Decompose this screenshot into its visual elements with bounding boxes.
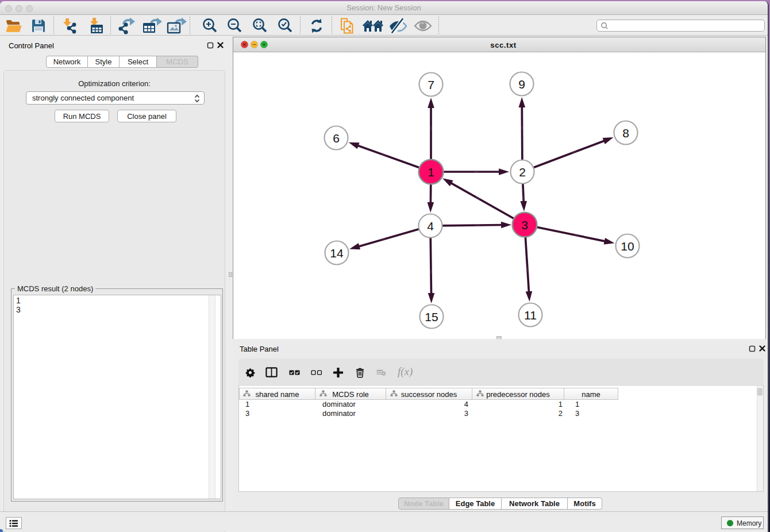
svg-text:11: 11 <box>524 309 537 322</box>
svg-text:1: 1 <box>428 165 434 179</box>
svg-text:7: 7 <box>428 78 434 91</box>
svg-text:4: 4 <box>427 219 434 233</box>
svg-text:9: 9 <box>518 78 525 91</box>
svg-text:6: 6 <box>333 132 340 145</box>
svg-text:3: 3 <box>521 218 528 232</box>
svg-text:15: 15 <box>425 310 438 323</box>
svg-text:10: 10 <box>621 240 634 253</box>
svg-text:8: 8 <box>622 126 629 140</box>
svg-text:2: 2 <box>519 165 526 179</box>
svg-text:14: 14 <box>330 246 344 260</box>
